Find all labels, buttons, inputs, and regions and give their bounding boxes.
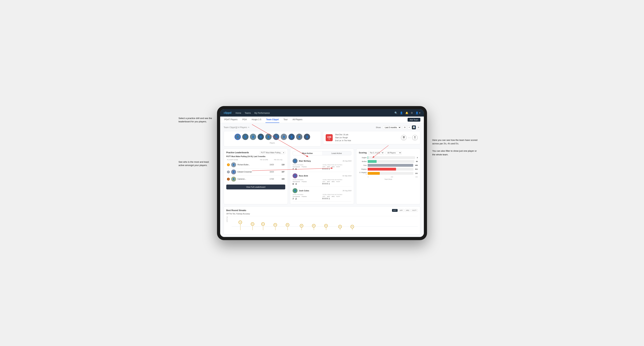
player-name: Rees Britt — [299, 175, 341, 177]
scoring-card: Scoring Par 3, 4 & 5s Par 3s Par 4s Par … — [356, 149, 420, 204]
streak-dot: 5x — [274, 223, 277, 230]
player-score: 18/20 — [268, 171, 276, 173]
view-icons: ⊞ ≡ 📊 ⊟ — [403, 126, 420, 129]
profile-icon[interactable]: 👤 ▾ — [416, 112, 420, 114]
practice-sub-labels: OTTAPPARGPUTT — [322, 196, 352, 197]
x-axis-label: Total Shots — [359, 178, 418, 180]
tab-hcaps[interactable]: Hcaps 1-5 — [251, 117, 262, 123]
leaderboard-subtitle: PUTT Must Make Putting (3-6 ft), Last 3 … — [226, 156, 285, 158]
practice-val: 4 — [296, 183, 296, 185]
bar-label: Pars — [359, 165, 366, 166]
leaderboard-title: Practice Leaderboards — [226, 151, 249, 154]
player-avg: 107 — [278, 171, 284, 173]
stat-sub-labels: TournamentPractice — [292, 181, 322, 182]
grid-view-btn[interactable]: ⊞ — [403, 126, 407, 129]
table-row: 1 👤 Richard Butler... 19/20 110 — [226, 161, 285, 169]
bell-icon[interactable]: 🔔 — [405, 112, 408, 114]
stat-values: 7 2 — [292, 198, 322, 200]
streak-dot: 5x — [286, 223, 289, 230]
player-avg: 110 — [278, 164, 284, 166]
player-avg: 103 — [278, 178, 284, 180]
top-area: 👤 👤 👤 👤 👤 👤 👤 👤 👤 👤 Players — [224, 131, 420, 147]
player-avatar[interactable]: 👤 — [281, 134, 287, 140]
least-active-tab[interactable]: Least Active — [322, 151, 351, 155]
edit-icon[interactable]: ✏ — [248, 126, 249, 128]
player-date: 02 Sep 2023 — [342, 175, 352, 177]
activity-stats: Total Rounds TournamentPractice 8 4 — [292, 179, 352, 185]
nav-performance[interactable]: My Performance — [254, 112, 270, 114]
connector: — — [408, 136, 411, 139]
ott-button[interactable]: OTT — [392, 209, 398, 212]
rank-badge: 1 — [227, 163, 230, 166]
player-avatar[interactable]: 👤 — [288, 134, 295, 140]
add-team-button[interactable]: Add Team — [408, 118, 420, 122]
player-score: 17/20 — [268, 178, 276, 180]
subnav: PGAT Players PGA Hcaps 1-5 Team Clippd T… — [220, 117, 424, 123]
total-rounds-label: Total Rounds — [292, 194, 322, 195]
most-active-tab[interactable]: Most Active — [293, 151, 322, 155]
activity-player-header: 👤 Josh Coles 26 Aug 2023 — [292, 188, 352, 193]
settings-icon[interactable]: ⚙ — [411, 112, 413, 114]
annotation-right1: Here you can see how the team have score… — [432, 138, 478, 157]
bar-row-bogeys: Bogeys 311 — [359, 168, 418, 171]
bar-fill — [368, 172, 380, 175]
bar-fill — [368, 168, 396, 171]
shot-circles: 16 yds — 0 yds — [401, 135, 418, 141]
tab-tour[interactable]: Tour — [283, 117, 288, 123]
tablet-screen: clippd Home Teams My Performance 🔍 👤 🔔 ⚙… — [220, 109, 424, 237]
tab-pga[interactable]: PGA — [242, 117, 248, 123]
bar-row-double-bogeys: D. Bogeys + 131 — [359, 172, 418, 175]
streaks-card: Best Round Streaks OTT APP ARG PUTT Off … — [224, 206, 420, 234]
leaderboard-filter[interactable]: PUTT Must Make Putting ... ▾ — [260, 151, 285, 154]
putt-button[interactable]: PUTT — [411, 209, 418, 212]
nav-home[interactable]: Home — [236, 112, 241, 114]
par-filter[interactable]: Par 3, 4 & 5s Par 3s Par 4s Par 5s — [368, 151, 384, 155]
practice-sub-labels: OTTAPPARGPUTT — [322, 166, 352, 168]
player-avatar[interactable]: 👤 — [265, 134, 272, 140]
player-avatar[interactable]: 👤 — [234, 134, 241, 140]
player-date: 26 Aug 2023 — [343, 160, 352, 162]
show-filter: Show: Last 3 months Last 6 months Last y… — [376, 126, 420, 129]
list-view-btn[interactable]: ≡ — [408, 126, 411, 129]
bar-fill — [368, 160, 376, 163]
tab-pgat[interactable]: PGAT Players — [224, 117, 238, 123]
show-label: Show: — [376, 126, 381, 128]
player-avatar[interactable]: 👤 — [258, 134, 264, 140]
player-avatar[interactable]: 👤 — [242, 134, 248, 140]
player-filter[interactable]: All Players — [386, 151, 402, 155]
streak-dot: 4x — [300, 224, 303, 230]
nav-teams[interactable]: Teams — [245, 112, 251, 114]
activity-player-header: 👤 Rees Britt 02 Sep 2023 — [292, 173, 352, 178]
player-avatar[interactable]: 👤 — [250, 134, 256, 140]
streak-dot: 7x — [238, 220, 242, 230]
bar-track — [368, 160, 414, 163]
player-avatar[interactable]: 👤 — [296, 134, 302, 140]
brand-logo: clippd — [224, 111, 231, 114]
bar-label: Eagles — [359, 157, 366, 159]
tablet-frame: clippd Home Teams My Performance 🔍 👤 🔔 ⚙… — [217, 106, 427, 240]
period-select[interactable]: Last 3 months Last 6 months Last year — [383, 126, 401, 129]
search-icon[interactable]: 🔍 — [394, 112, 398, 114]
tab-team-clippd[interactable]: Team Clippd — [266, 117, 279, 123]
scoring-title: Scoring — [359, 152, 366, 154]
app-button[interactable]: APP — [398, 209, 404, 212]
chart-view-btn[interactable]: 📊 — [412, 126, 416, 129]
streak-dot: 3x — [338, 225, 342, 230]
bar-value: 131 — [415, 173, 418, 174]
player-avatar[interactable]: 👤 — [273, 134, 279, 140]
player-avatar: 👤 — [292, 173, 298, 178]
activity-player-row: 👤 Josh Coles 26 Aug 2023 Total Rounds To… — [292, 187, 352, 202]
nav-links: Home Teams My Performance — [236, 111, 270, 114]
activity-stats: Total Rounds TournamentPractice 7 2 — [292, 194, 352, 200]
view-full-leaderboard-button[interactable]: View Full Leaderboard — [226, 184, 285, 189]
arg-button[interactable]: ARG — [404, 209, 410, 212]
player-avatar: 👤 — [231, 162, 236, 167]
tab-all-players[interactable]: All Players — [292, 117, 303, 123]
scoring-header: Scoring Par 3, 4 & 5s Par 3s Par 4s Par … — [359, 151, 418, 155]
player-avatar[interactable]: 👤 — [304, 134, 310, 140]
player-name: Blair McHarg — [299, 160, 341, 162]
user-icon[interactable]: 👤 — [400, 112, 403, 114]
leaderboard-card: Practice Leaderboards PUTT Must Make Put… — [224, 149, 288, 204]
main-content: Team Clippd | 14 Players ✏ Show: Last 3 … — [220, 123, 424, 237]
settings-view-btn[interactable]: ⊟ — [416, 126, 420, 129]
